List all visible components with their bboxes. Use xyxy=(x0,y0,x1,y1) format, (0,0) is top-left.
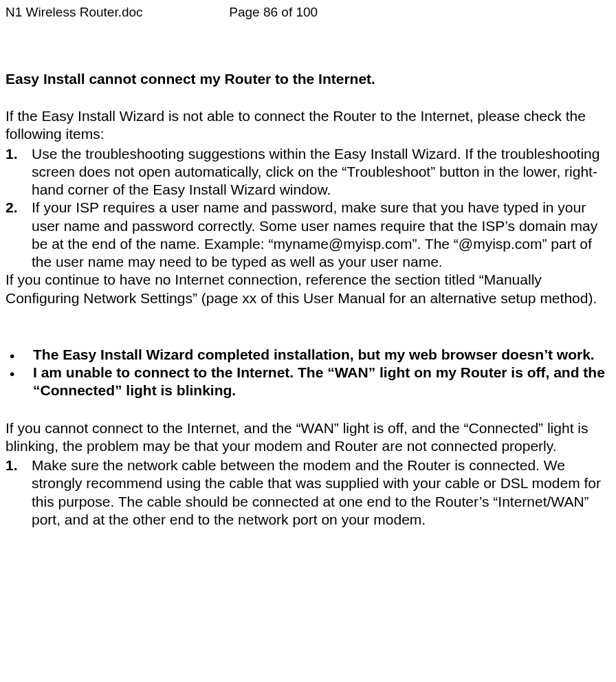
list-item: • The Easy Install Wizard completed inst… xyxy=(6,346,610,364)
outro-paragraph: If you continue to have no Internet conn… xyxy=(6,271,610,307)
list-item: 2. If your ISP requires a user name and … xyxy=(6,199,610,271)
intro-paragraph: If the Easy Install Wizard is not able t… xyxy=(6,107,610,144)
document-body: Easy Install cannot connect my Router to… xyxy=(0,70,616,529)
list-item-text: Make sure the network cable between the … xyxy=(32,457,601,527)
list-item: 1. Use the troubleshooting suggestions w… xyxy=(6,145,610,199)
bullet-icon: • xyxy=(10,347,14,365)
numbered-list: 1. Make sure the network cable between t… xyxy=(6,456,610,529)
header-page-label: Page 86 of 100 xyxy=(229,4,318,21)
header-filename: N1 Wireless Router.doc xyxy=(6,4,226,21)
list-item-text: Use the troubleshooting suggestions with… xyxy=(32,146,600,198)
spacer xyxy=(6,309,610,346)
list-item: • I am unable to connect to the Internet… xyxy=(6,364,610,400)
bullet-icon: • xyxy=(10,365,14,383)
list-marker: 2. xyxy=(6,199,18,217)
numbered-list: 1. Use the troubleshooting suggestions w… xyxy=(6,145,610,272)
list-item-text: If your ISP requires a user name and pas… xyxy=(32,199,597,270)
intro-paragraph: If you cannot connect to the Internet, a… xyxy=(6,419,610,456)
list-item: 1. Make sure the network cable between t… xyxy=(6,456,610,529)
section-heading: Easy Install cannot connect my Router to… xyxy=(6,70,610,88)
list-marker: 1. xyxy=(6,456,18,474)
spacer xyxy=(6,400,610,419)
page-header: N1 Wireless Router.doc Page 86 of 100 xyxy=(0,0,616,21)
list-item-text: The Easy Install Wizard completed instal… xyxy=(33,346,595,362)
bullet-list: • The Easy Install Wizard completed inst… xyxy=(6,346,610,400)
list-marker: 1. xyxy=(6,145,18,163)
list-item-text: I am unable to connect to the Internet. … xyxy=(33,364,605,398)
